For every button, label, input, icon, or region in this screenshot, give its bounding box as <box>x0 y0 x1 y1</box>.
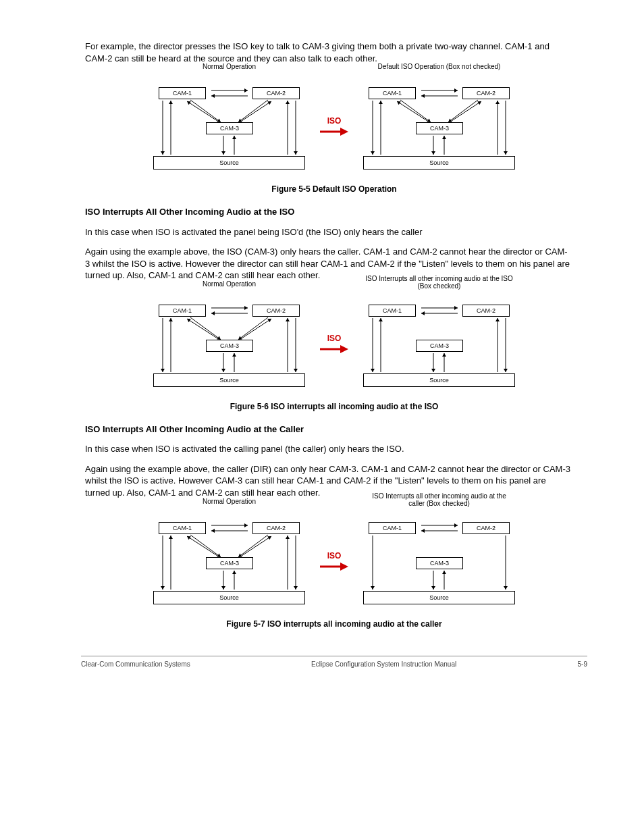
iso-label: ISO <box>327 116 342 126</box>
svg-marker-119 <box>454 523 458 527</box>
svg-marker-63 <box>221 369 225 372</box>
cam1-box: CAM-1 <box>369 522 416 534</box>
svg-line-34 <box>448 100 478 122</box>
heading-c: ISO Interrupts All Other Incoming Audio … <box>81 423 587 436</box>
svg-marker-51 <box>244 306 248 310</box>
svg-marker-65 <box>232 353 236 357</box>
cam2-box: CAM-2 <box>252 87 300 99</box>
svg-marker-107 <box>232 571 236 574</box>
svg-line-10 <box>242 101 271 121</box>
svg-marker-83 <box>442 353 446 357</box>
svg-marker-105 <box>221 586 225 590</box>
svg-marker-77 <box>454 306 458 310</box>
svg-marker-43 <box>379 101 383 104</box>
svg-marker-121 <box>421 529 425 533</box>
svg-marker-111 <box>161 586 165 590</box>
svg-marker-13 <box>221 151 225 155</box>
iso-arrow: ISO <box>320 116 348 136</box>
source-box: Source <box>363 591 515 604</box>
cam1-box: CAM-1 <box>159 87 206 99</box>
svg-marker-61 <box>267 319 271 322</box>
source-box: Source <box>153 156 305 170</box>
figure-5-7-caption: Figure 5-7 ISO interrupts all incoming a… <box>81 619 587 629</box>
svg-marker-93 <box>244 523 248 527</box>
svg-marker-41 <box>442 136 446 139</box>
panel-title: Normal Operation <box>153 63 305 70</box>
cam1-box: CAM-1 <box>369 87 416 99</box>
sentence-c: In this case when ISO is activated the c… <box>81 443 587 455</box>
svg-marker-11 <box>267 101 271 105</box>
page-footer: Clear-Com Communication Systems Eclipse … <box>81 656 587 668</box>
iso-label: ISO <box>327 334 342 343</box>
cam2-box: CAM-2 <box>462 305 510 317</box>
cam2-box: CAM-2 <box>462 522 510 534</box>
svg-marker-19 <box>161 151 165 155</box>
cam3-box: CAM-3 <box>206 122 253 134</box>
cam2-box: CAM-2 <box>462 87 510 99</box>
svg-marker-27 <box>454 88 458 93</box>
cam2-box: CAM-2 <box>252 305 300 317</box>
svg-marker-123 <box>431 586 435 590</box>
figure-5-5-caption: Figure 5-5 Default ISO Operation <box>81 184 587 194</box>
svg-line-56 <box>187 319 217 338</box>
svg-marker-29 <box>421 94 425 98</box>
svg-line-32 <box>397 101 427 121</box>
svg-marker-67 <box>169 318 173 321</box>
footer-left: Clear-Com Communication Systems <box>81 660 190 668</box>
svg-line-60 <box>242 319 271 338</box>
cam3-box: CAM-3 <box>416 340 463 352</box>
svg-marker-91 <box>504 369 508 372</box>
svg-line-96 <box>190 535 221 557</box>
svg-marker-81 <box>431 369 435 372</box>
svg-marker-45 <box>371 151 375 155</box>
diagram-panel: ISO Interrupts all other incoming audio … <box>363 290 515 398</box>
diagram-panel: Default ISO Operation (Box not checked) … <box>363 72 515 180</box>
source-box: Source <box>153 591 305 604</box>
svg-marker-49 <box>504 151 508 155</box>
panel-title: ISO Interrupts all other incoming audio … <box>363 492 515 507</box>
panel-title: ISO Interrupts all other incoming audio … <box>363 275 515 290</box>
svg-marker-3 <box>211 94 215 98</box>
svg-marker-125 <box>442 571 446 574</box>
svg-line-30 <box>400 100 431 122</box>
svg-marker-71 <box>286 318 290 321</box>
cam3-box: CAM-3 <box>206 557 253 569</box>
svg-marker-25 <box>340 128 348 136</box>
svg-marker-37 <box>477 101 481 105</box>
svg-marker-103 <box>267 536 271 540</box>
source-box: Source <box>363 156 515 170</box>
svg-marker-115 <box>294 586 298 590</box>
intro-paragraph: For example, the director presses the IS… <box>81 41 587 64</box>
svg-marker-87 <box>371 369 375 372</box>
cam3-box: CAM-3 <box>416 122 463 134</box>
svg-marker-21 <box>286 101 290 104</box>
svg-marker-79 <box>421 311 425 315</box>
svg-marker-117 <box>340 563 348 571</box>
source-box: Source <box>363 373 515 387</box>
svg-marker-113 <box>286 536 290 539</box>
svg-marker-127 <box>371 586 375 590</box>
figure-5-6-caption: Figure 5-6 ISO interrupts all incoming a… <box>81 402 587 411</box>
figure-5-7: Normal Operation CAM-1 CAM-2 CAM-3 Sourc… <box>81 507 587 615</box>
svg-line-102 <box>242 536 271 556</box>
svg-marker-75 <box>340 345 348 353</box>
iso-arrow: ISO <box>320 551 348 571</box>
svg-marker-47 <box>495 101 500 104</box>
diagram-panel: Normal Operation CAM-1 CAM-2 CAM-3 Sourc… <box>153 290 305 398</box>
svg-marker-69 <box>161 369 165 372</box>
svg-marker-129 <box>504 586 508 590</box>
svg-line-100 <box>238 535 268 557</box>
cam1-box: CAM-1 <box>369 305 416 317</box>
svg-line-6 <box>187 101 217 121</box>
diagram-panel: ISO Interrupts all other incoming audio … <box>363 507 515 615</box>
footer-center: Eclipse Configuration System Instruction… <box>311 660 456 668</box>
svg-marker-89 <box>495 318 500 321</box>
figure-5-5: Normal Operation CAM-1 CAM-2 CAM-3 Sourc… <box>81 72 587 180</box>
iso-label: ISO <box>327 551 342 561</box>
svg-marker-85 <box>379 318 383 321</box>
diagram-panel: Normal Operation CAM-1 CAM-2 CAM-3 Sourc… <box>153 72 305 180</box>
cam3-box: CAM-3 <box>206 340 253 352</box>
cam1-box: CAM-1 <box>159 305 206 317</box>
figure-5-6: Normal Operation CAM-1 CAM-2 CAM-3 Sourc… <box>81 290 587 398</box>
source-box: Source <box>153 373 305 387</box>
